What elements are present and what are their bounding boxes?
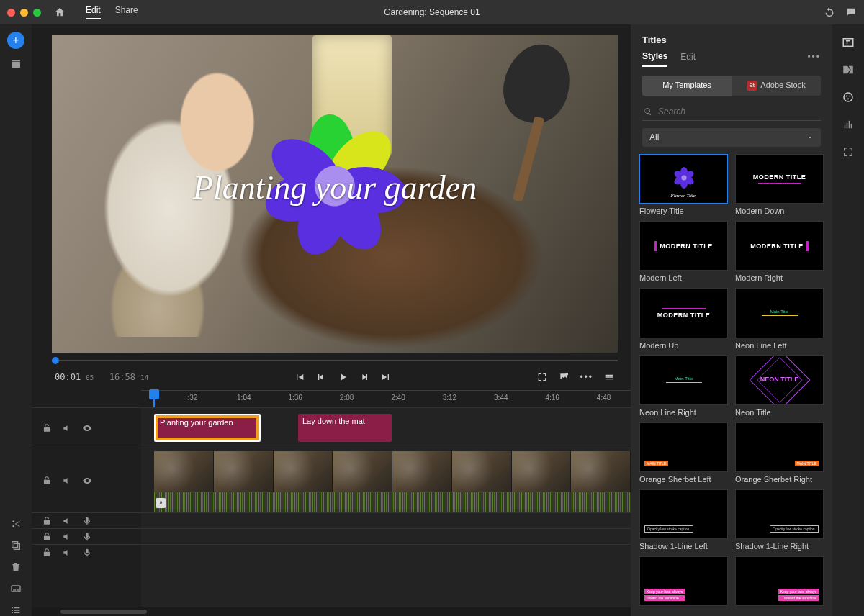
mute-icon[interactable]	[62, 476, 72, 486]
template-item[interactable]: MAIN TITLE Orange Sherbet Left	[639, 422, 728, 484]
step-forward-icon[interactable]	[359, 371, 370, 383]
mute-icon[interactable]	[62, 423, 72, 433]
template-item[interactable]: Flower Title Flowery Title	[639, 154, 728, 215]
template-thumb[interactable]: Keep your face alwaystoward the sunshine	[735, 556, 824, 606]
template-thumb[interactable]: MAIN TITLE	[735, 422, 824, 472]
audio-tool-icon[interactable]	[842, 118, 855, 131]
more-options-icon[interactable]: •••	[580, 372, 593, 382]
transform-tool-icon[interactable]	[842, 145, 855, 158]
visibility-icon[interactable]	[82, 476, 92, 486]
audio-track-2[interactable]	[141, 528, 631, 544]
minimize-window-icon[interactable]	[20, 9, 28, 17]
template-thumb[interactable]: NEON TITLE	[735, 355, 824, 405]
template-thumb[interactable]: MODERN TITLE	[735, 154, 824, 204]
template-item[interactable]: Main Title Neon Line Left	[735, 288, 824, 349]
mic-icon[interactable]	[82, 548, 92, 558]
template-thumb[interactable]: Keep your face alwaystoward the sunshine	[639, 556, 728, 606]
template-item[interactable]: MODERN TITLE Modern Left	[639, 221, 728, 282]
timeline-scrollbar[interactable]	[32, 607, 631, 616]
panel-more-icon[interactable]: •••	[807, 52, 821, 66]
audio-track-1[interactable]	[141, 512, 631, 528]
search-icon	[644, 107, 652, 116]
template-item[interactable]: MODERN TITLE Modern Down	[735, 154, 824, 215]
template-item[interactable]: NEON TITLE Neon Title	[735, 355, 824, 417]
template-item[interactable]: MODERN TITLE Modern Right	[735, 221, 824, 282]
export-frame-icon[interactable]	[558, 371, 570, 383]
step-back-icon[interactable]	[315, 371, 327, 383]
project-assets-icon[interactable]	[10, 59, 22, 71]
lock-icon[interactable]	[42, 423, 52, 433]
fullscreen-icon[interactable]	[536, 371, 548, 383]
template-label: Modern Right	[735, 273, 824, 282]
tab-styles[interactable]: Styles	[642, 51, 667, 67]
transport-bar: 00:01 05 16:58 14 •••	[52, 366, 618, 390]
template-item[interactable]: MAIN TITLE Orange Sherbet Right	[735, 422, 824, 484]
seg-adobe-stock[interactable]: StAdobe Stock	[732, 76, 821, 96]
video-track[interactable]	[141, 448, 631, 512]
title-clip[interactable]: Lay down the mat	[298, 414, 392, 442]
menu-share[interactable]: Share	[115, 5, 138, 19]
maximize-window-icon[interactable]	[33, 9, 41, 17]
title-clip-selected[interactable]: Planting your garden	[154, 414, 261, 442]
left-toolbar: +	[0, 24, 32, 616]
mute-icon[interactable]	[62, 516, 72, 526]
lock-icon[interactable]	[42, 532, 52, 542]
captions-icon[interactable]	[10, 583, 22, 594]
playhead[interactable]	[149, 389, 159, 399]
template-thumb[interactable]: MODERN TITLE	[639, 221, 728, 271]
template-label: Orange Sherbet Right	[735, 475, 824, 484]
preview-scrubber[interactable]	[52, 355, 618, 366]
titles-tool-icon[interactable]	[842, 36, 855, 49]
close-window-icon[interactable]	[7, 9, 15, 17]
template-thumb[interactable]: MAIN TITLE	[639, 422, 728, 472]
timeline-options-icon[interactable]	[603, 371, 615, 383]
search-input[interactable]	[657, 106, 819, 117]
template-item[interactable]: Opacity low stroke caption. Shadow 1-Lin…	[735, 489, 824, 551]
goto-end-icon[interactable]	[380, 371, 392, 383]
template-label: Modern Down	[735, 207, 824, 215]
comment-icon[interactable]	[845, 6, 857, 18]
template-item[interactable]: Main Title Neon Line Right	[639, 355, 728, 417]
home-icon[interactable]	[54, 6, 66, 18]
seg-my-templates[interactable]: My Templates	[642, 76, 732, 96]
template-thumb[interactable]: Opacity low stroke caption.	[639, 489, 728, 539]
template-item[interactable]: Keep your face alwaystoward the sunshine	[639, 556, 728, 609]
template-thumb[interactable]: Flower Title	[639, 154, 728, 204]
scissors-icon[interactable]	[10, 518, 22, 530]
template-thumb[interactable]: MODERN TITLE	[735, 221, 824, 271]
title-track[interactable]: Planting your garden Lay down the mat	[141, 407, 631, 448]
goto-start-icon[interactable]	[294, 371, 305, 383]
lock-icon[interactable]	[42, 548, 52, 558]
video-preview[interactable]: Planting your garden	[52, 35, 618, 353]
transitions-tool-icon[interactable]	[842, 63, 855, 76]
template-thumb[interactable]: Main Title	[735, 288, 824, 338]
template-thumb[interactable]: Opacity low stroke caption.	[735, 489, 824, 539]
timeline-tracks[interactable]: Planting your garden Lay down the mat	[141, 407, 631, 607]
color-tool-icon[interactable]	[842, 91, 855, 104]
play-icon[interactable]	[337, 371, 348, 383]
add-media-button[interactable]: +	[7, 32, 24, 49]
timeline-ruler[interactable]: :321:041:362:082:403:123:444:164:48	[141, 390, 631, 407]
undo-icon[interactable]	[824, 6, 835, 18]
trash-icon[interactable]	[10, 561, 22, 573]
duplicate-icon[interactable]	[10, 540, 22, 551]
mic-icon[interactable]	[82, 516, 92, 526]
template-thumb[interactable]: Main Title	[639, 355, 728, 405]
list-view-icon[interactable]	[10, 604, 22, 616]
mute-icon[interactable]	[62, 532, 72, 542]
mute-icon[interactable]	[62, 548, 72, 558]
menu-edit[interactable]: Edit	[86, 5, 101, 19]
filter-dropdown[interactable]: All	[642, 128, 821, 147]
template-label: Neon Line Right	[639, 408, 728, 417]
template-item[interactable]: MODERN TITLE Modern Up	[639, 288, 728, 349]
visibility-icon[interactable]	[82, 423, 92, 433]
lock-icon[interactable]	[42, 516, 52, 526]
audio-track-3[interactable]	[141, 544, 631, 560]
template-item[interactable]: Keep your face alwaystoward the sunshine	[735, 556, 824, 609]
mic-icon[interactable]	[82, 532, 92, 542]
template-thumb[interactable]: MODERN TITLE	[639, 288, 728, 338]
tab-edit[interactable]: Edit	[680, 52, 696, 66]
center-area: Planting your garden 00:01 05 16:58 14	[32, 24, 631, 616]
lock-icon[interactable]	[42, 476, 52, 486]
template-item[interactable]: Opacity low stroke caption. Shadow 1-Lin…	[639, 489, 728, 551]
